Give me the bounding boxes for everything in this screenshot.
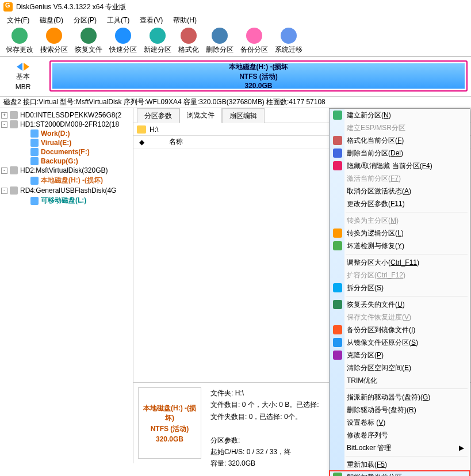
context-menu-item[interactable]: 恢复丢失的文件(U) xyxy=(330,298,470,311)
tree-partition[interactable]: Virual(E:) xyxy=(1,138,132,147)
col-name[interactable]: 名称 xyxy=(169,137,183,147)
partition-icon xyxy=(30,157,39,165)
partition-strip[interactable]: 本地磁盘(H:) -(损坏 NTFS (活动) 320.0GB xyxy=(49,60,468,92)
expand-icon[interactable]: - xyxy=(1,167,7,174)
menu-icon xyxy=(333,300,342,309)
context-menu-item[interactable]: 拆分分区(S) xyxy=(330,281,470,294)
menu-icon xyxy=(333,111,342,120)
partition-icon xyxy=(30,197,39,205)
toolbar-icon xyxy=(281,28,297,44)
tree-partition[interactable]: 本地磁盘(H:) -(损坏) xyxy=(1,175,132,186)
menu-item[interactable]: 查看(V) xyxy=(135,14,167,26)
toolbar-icon xyxy=(150,28,166,44)
toolbar-button[interactable]: 系统迁移 xyxy=(271,26,306,56)
disk-strip: 基本 MBR 本地磁盘(H:) -(损坏 NTFS (活动) 320.0GB xyxy=(0,56,471,97)
context-menu-item[interactable]: 修改卷序列号 xyxy=(330,429,470,441)
next-disk-icon[interactable] xyxy=(24,63,29,71)
tree-partition[interactable]: 可移动磁盘(L:) xyxy=(1,195,132,206)
context-menu-item[interactable]: 隐藏/取消隐藏 当前分区(F4) xyxy=(330,159,470,172)
expand-icon[interactable]: - xyxy=(1,188,7,194)
toolbar-button[interactable]: 新建分区 xyxy=(140,26,175,56)
menu-item[interactable]: 帮助(H) xyxy=(169,14,201,26)
menu-item[interactable]: 磁盘(D) xyxy=(35,14,68,26)
context-menu-item: 建立ESP/MSR分区 xyxy=(330,121,470,134)
context-menu-item[interactable]: 更改分区参数(F11) xyxy=(330,197,470,210)
toolbar-label: 快速分区 xyxy=(109,45,137,55)
context-menu-item[interactable]: BitLocker 管理▶ xyxy=(330,441,470,454)
context-menu-item[interactable]: 转换为逻辑分区(L) xyxy=(330,227,470,239)
toolbar-label: 新建分区 xyxy=(144,45,171,55)
tab[interactable]: 扇区编辑 xyxy=(222,108,265,123)
toolbar-icon xyxy=(246,28,262,44)
tree-partition[interactable]: Work(D:) xyxy=(1,129,132,138)
toolbar-icon xyxy=(212,28,228,44)
context-menu-item[interactable]: 建立新分区(N) xyxy=(330,109,470,121)
menu-item[interactable]: 工具(T) xyxy=(102,14,134,26)
context-menu-item[interactable]: 删除驱动器号(盘符)(R) xyxy=(330,403,470,416)
partition-block[interactable]: 本地磁盘(H:) -(损坏 NTFS (活动) 320.0GB xyxy=(52,63,465,89)
menu-icon xyxy=(333,148,342,158)
titlebar: DiskGenius V5.4.3.1322 x64 专业版 xyxy=(0,0,471,14)
context-menu-item: 激活当前分区(F7) xyxy=(330,172,470,185)
context-menu-item[interactable]: 坏道检测与修复(Y) xyxy=(330,239,470,252)
context-menu-item[interactable]: 重新加载(F5) xyxy=(330,458,470,471)
toolbar-button[interactable]: 恢复文件 xyxy=(71,26,106,56)
context-menu-item[interactable]: 设置卷标 (V) xyxy=(330,416,470,429)
menubar: 文件(F)磁盘(D)分区(P)工具(T)查看(V)帮助(H) xyxy=(0,14,471,26)
tree-label: Work(D:) xyxy=(41,130,70,138)
toolbar-button[interactable]: 搜索分区 xyxy=(37,26,71,56)
hdd-icon xyxy=(10,120,18,128)
tree-disk[interactable]: -HD2:MsftVirtualDisk(320GB) xyxy=(1,166,132,175)
context-menu-item[interactable]: 调整分区大小(Ctrl_F11) xyxy=(330,256,470,269)
context-menu-item[interactable]: 克隆分区(P) xyxy=(330,349,470,361)
hdd-icon xyxy=(10,166,18,174)
context-menu: 建立新分区(N)建立ESP/MSR分区格式化当前分区(F)删除当前分区(Del)… xyxy=(329,108,470,476)
tree-partition[interactable]: Backup(G:) xyxy=(1,157,132,166)
context-menu-item[interactable]: 取消分区激活状态(A) xyxy=(330,185,470,197)
toolbar-button[interactable]: 快速分区 xyxy=(106,26,140,56)
menu-item[interactable]: 分区(P) xyxy=(69,14,101,26)
toolbar-button[interactable]: 保存更改 xyxy=(2,26,37,56)
tab[interactable]: 分区参数 xyxy=(137,108,179,123)
tree-label: HD1:ST2000DM008-2FR102(18 xyxy=(20,120,119,128)
toolbar-label: 系统迁移 xyxy=(275,45,302,55)
tree-disk[interactable]: +HD0:INTELSSDPEKKW256G8(2 xyxy=(1,111,132,120)
summary-card-size: 320.0GB xyxy=(156,435,183,443)
tree-disk[interactable]: -RD4:GeneralUSBFlashDisk(4G xyxy=(1,186,132,195)
toolbar-button[interactable]: 格式化 xyxy=(175,26,202,56)
tree-label: Backup(G:) xyxy=(41,157,78,165)
menu-icon xyxy=(333,241,342,250)
disk-scheme-label: MBR xyxy=(16,83,31,91)
expand-icon[interactable]: - xyxy=(1,121,7,128)
status-text: 磁盘2 接口:Virtual 型号:MsftVirtualDisk 序列号:WF… xyxy=(3,97,326,107)
toolbar-button[interactable]: 删除分区 xyxy=(202,26,237,56)
disk-tree[interactable]: +HD0:INTELSSDPEKKW256G8(2-HD1:ST2000DM00… xyxy=(0,108,133,463)
context-menu-item[interactable]: 智能加载当前分区 xyxy=(330,471,470,476)
expand-icon[interactable]: + xyxy=(1,112,7,119)
context-menu-item: 保存文件恢复进度(V) xyxy=(330,311,470,323)
tree-disk[interactable]: -HD1:ST2000DM008-2FR102(18 xyxy=(1,120,132,129)
context-menu-item[interactable]: 备份分区到镜像文件(I) xyxy=(330,323,470,336)
context-menu-item[interactable]: TRIM优化 xyxy=(330,374,470,387)
disk-type-label: 基本 xyxy=(16,72,30,82)
tree-label: 本地磁盘(H:) -(损坏) xyxy=(41,176,103,185)
partition-fs: NTFS (活动) xyxy=(239,72,278,82)
toolbar-icon xyxy=(12,28,28,44)
tab[interactable]: 浏览文件 xyxy=(179,108,222,123)
menu-icon xyxy=(333,338,342,347)
context-menu-item[interactable]: 清除分区空闲空间(E) xyxy=(330,361,470,374)
tree-partition[interactable]: Documents(F:) xyxy=(1,147,132,157)
context-menu-item[interactable]: 从镜像文件还原分区(S) xyxy=(330,336,470,349)
toolbar-button[interactable]: 备份分区 xyxy=(237,26,271,56)
toolbar-icon xyxy=(46,28,62,44)
menu-item[interactable]: 文件(F) xyxy=(2,14,34,26)
context-menu-item[interactable]: 删除当前分区(Del) xyxy=(330,147,470,159)
context-menu-item[interactable]: 指派新的驱动器号(盘符)(G) xyxy=(330,391,470,403)
toolbar-label: 保存更改 xyxy=(6,45,33,55)
summary-card: 本地磁盘(H:) -(损坏) NTFS (活动) 320.0GB xyxy=(138,387,201,459)
context-menu-item[interactable]: 格式化当前分区(F) xyxy=(330,134,470,147)
toolbar-label: 搜索分区 xyxy=(40,45,68,55)
partition-icon xyxy=(30,148,39,156)
toolbar-icon xyxy=(115,28,131,44)
prev-disk-icon[interactable] xyxy=(17,63,22,71)
